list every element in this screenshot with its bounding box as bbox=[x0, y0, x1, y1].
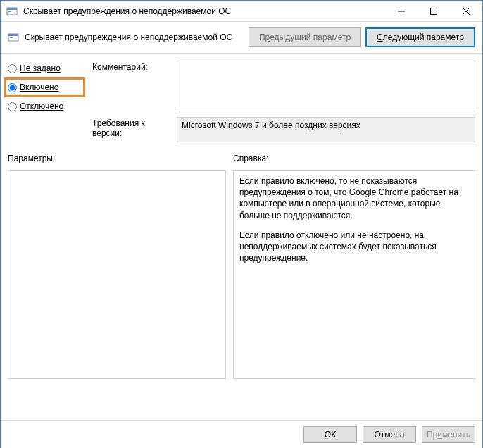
svg-rect-1 bbox=[7, 8, 17, 10]
svg-rect-2 bbox=[8, 11, 11, 12]
apply-button[interactable]: Применить bbox=[422, 426, 475, 443]
comment-input[interactable] bbox=[177, 61, 475, 111]
requirements-label: Требования к версии: bbox=[92, 117, 170, 142]
comment-label: Комментарий: bbox=[92, 61, 170, 111]
svg-rect-11 bbox=[10, 39, 14, 39]
svg-rect-10 bbox=[10, 37, 13, 38]
state-radios: Не задано Включено Отключено bbox=[8, 61, 85, 142]
policy-icon bbox=[8, 32, 19, 43]
maximize-button[interactable] bbox=[418, 1, 450, 21]
svg-rect-3 bbox=[8, 13, 13, 13]
window-title: Скрывает предупреждения о неподдерживаем… bbox=[23, 6, 385, 16]
header-row: Скрывает предупреждения о неподдерживаем… bbox=[1, 22, 482, 54]
section-labels: Параметры: Справка: bbox=[1, 154, 482, 163]
radio-enabled[interactable]: Включено bbox=[8, 80, 82, 95]
header-title: Скрывает предупреждения о неподдерживаем… bbox=[25, 32, 244, 42]
minimize-button[interactable] bbox=[385, 1, 418, 21]
help-paragraph: Если правило включено, то не показываютс… bbox=[239, 175, 469, 221]
panels: Если правило включено, то не показываютс… bbox=[1, 163, 482, 386]
previous-setting-button[interactable]: Предыдущий параметр bbox=[249, 27, 361, 47]
titlebar: Скрывает предупреждения о неподдерживаем… bbox=[1, 1, 482, 22]
fields-column: Комментарий: Требования к версии: Micros… bbox=[92, 61, 475, 142]
content-area: Не задано Включено Отключено Комментарий… bbox=[1, 54, 482, 149]
svg-rect-9 bbox=[8, 34, 18, 36]
cancel-button[interactable]: Отмена bbox=[363, 426, 416, 443]
help-paragraph: Если правило отключено или не настроено,… bbox=[239, 230, 469, 264]
help-panel[interactable]: Если правило включено, то не показываютс… bbox=[233, 170, 475, 379]
enabled-highlight: Включено bbox=[4, 77, 85, 97]
requirements-text: Microsoft Windows 7 и более поздних верс… bbox=[177, 117, 475, 142]
comment-row: Комментарий: bbox=[92, 61, 475, 111]
ok-button[interactable]: ОК bbox=[303, 426, 357, 443]
radio-enabled-input[interactable] bbox=[8, 83, 17, 92]
next-setting-button[interactable]: Следующий параметр bbox=[365, 27, 475, 47]
help-label: Справка: bbox=[233, 154, 268, 163]
parameters-label: Параметры: bbox=[8, 154, 233, 163]
radio-disabled-input[interactable] bbox=[8, 102, 17, 111]
radio-not-configured-input[interactable] bbox=[8, 64, 17, 73]
radio-disabled[interactable]: Отключено bbox=[8, 99, 85, 114]
svg-rect-5 bbox=[431, 8, 437, 14]
radio-not-configured[interactable]: Не задано bbox=[8, 61, 85, 76]
parameters-panel[interactable] bbox=[8, 170, 226, 379]
requirements-row: Требования к версии: Microsoft Windows 7… bbox=[92, 117, 475, 142]
footer: ОК Отмена Применить bbox=[1, 420, 482, 448]
policy-icon bbox=[6, 6, 18, 17]
window-buttons bbox=[385, 1, 482, 21]
close-button[interactable] bbox=[450, 1, 482, 21]
